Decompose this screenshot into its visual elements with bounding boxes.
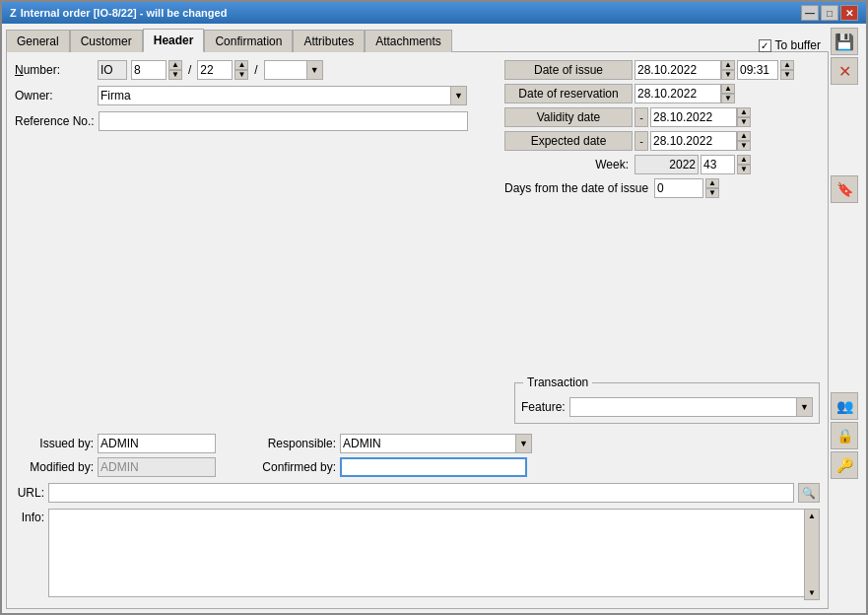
right-column: Date of issue ▲ ▼ ▲ ▼ (504, 60, 820, 369)
date-of-issue-input[interactable] (634, 60, 721, 80)
lock-button[interactable]: 🔒 (831, 422, 858, 449)
tab-attachments[interactable]: Attachments (365, 30, 452, 52)
validity-date-button[interactable]: Validity date (504, 107, 633, 127)
tabs-row: General Customer Header Confirmation Att… (6, 28, 829, 51)
number-suffix-input[interactable] (264, 60, 307, 80)
number-label: Number: (15, 63, 94, 77)
time-of-issue-spinner: ▲ ▼ (780, 60, 794, 80)
date-of-reservation-spinner: ▲ ▼ (721, 84, 735, 103)
days-spinner: ▲ ▼ (705, 178, 719, 198)
right-toolbar: 💾 ✕ 🔖 👥 🔒 🔑 (831, 28, 862, 609)
days-from-issue-row: Days from the date of issue ▲ ▼ (504, 178, 820, 198)
feature-select[interactable] (569, 397, 797, 417)
title-bar-buttons: — □ ✕ (801, 5, 858, 21)
feature-label: Feature: (521, 400, 566, 414)
tab-general[interactable]: General (6, 30, 70, 52)
tab-attributes[interactable]: Attributes (293, 30, 365, 52)
slash2: / (252, 63, 259, 77)
date-of-reservation-input[interactable] (634, 84, 721, 103)
reference-input[interactable] (99, 111, 468, 131)
time-up[interactable]: ▲ (780, 60, 794, 70)
days-from-issue-label: Days from the date of issue (504, 178, 652, 198)
week-down[interactable]: ▼ (737, 165, 751, 174)
key-button[interactable]: 🔑 (831, 451, 858, 479)
num1-area: ▲ ▼ (131, 60, 182, 80)
delete-button[interactable]: ✕ (831, 57, 858, 85)
tab-header[interactable]: Header (143, 29, 205, 52)
days-down[interactable]: ▼ (705, 188, 719, 198)
time-of-issue-input[interactable] (737, 60, 778, 80)
days-input[interactable] (654, 178, 703, 198)
issued-left: Issued by: Modified by: (15, 434, 216, 477)
date-of-reservation-button[interactable]: Date of reservation (504, 84, 633, 103)
date-res-down[interactable]: ▼ (721, 94, 735, 103)
week-num-input[interactable] (701, 155, 735, 174)
users-button[interactable]: 👥 (831, 392, 858, 420)
expected-date-button[interactable]: Expected date (504, 131, 633, 151)
modified-by-row: Modified by: (15, 457, 216, 477)
date-res-up[interactable]: ▲ (721, 84, 735, 94)
issued-by-label: Issued by: (15, 437, 94, 450)
num2-area: ▲ ▼ (197, 60, 248, 80)
scrollbar-down[interactable]: ▼ (805, 588, 819, 599)
num1-down[interactable]: ▼ (168, 70, 182, 80)
to-buffer-area: ✓ To buffer (759, 38, 829, 52)
reference-label: Reference No.: (15, 114, 95, 128)
time-down[interactable]: ▼ (780, 70, 794, 80)
validity-down[interactable]: ▼ (737, 117, 751, 127)
maximize-button[interactable]: □ (821, 5, 838, 21)
date-of-issue-button[interactable]: Date of issue (504, 60, 633, 80)
slash1: / (186, 63, 193, 77)
responsible-select-area: ▼ (340, 434, 532, 453)
validity-date-input[interactable] (650, 107, 737, 127)
num2-down[interactable]: ▼ (234, 70, 248, 80)
minimize-button[interactable]: — (801, 5, 819, 21)
expected-down[interactable]: ▼ (737, 141, 751, 151)
io-prefix: IO (98, 60, 127, 80)
issued-by-row: Issued by: (15, 434, 216, 453)
validity-dash-btn[interactable]: - (634, 107, 648, 127)
owner-row: Owner: ▼ (15, 86, 497, 105)
tab-confirmation[interactable]: Confirmation (204, 30, 293, 52)
owner-arrow[interactable]: ▼ (451, 86, 467, 105)
info-textarea-container: ▲ ▼ (48, 509, 820, 600)
close-button[interactable]: ✕ (840, 5, 858, 21)
confirmed-by-input[interactable] (340, 457, 527, 477)
feature-arrow[interactable]: ▼ (797, 397, 813, 417)
url-input[interactable] (48, 483, 794, 503)
url-search-button[interactable]: 🔍 (798, 483, 820, 503)
days-up[interactable]: ▲ (705, 178, 719, 188)
number-val1[interactable] (131, 60, 167, 80)
info-scrollbar[interactable]: ▲ ▼ (804, 509, 820, 600)
save-button[interactable]: 💾 (831, 28, 858, 55)
to-buffer-checkbox[interactable]: ✓ (759, 39, 771, 52)
toolbar-separator1 (831, 87, 862, 95)
middle-section: Transaction Feature: ▼ (15, 378, 820, 424)
expected-date-input[interactable] (650, 131, 737, 151)
bookmark-button[interactable]: 🔖 (831, 175, 858, 203)
responsible-arrow[interactable]: ▼ (516, 434, 532, 453)
expected-up[interactable]: ▲ (737, 131, 751, 141)
tab-customer[interactable]: Customer (70, 30, 143, 52)
to-buffer-label: To buffer (775, 38, 821, 52)
issued-by-input[interactable] (98, 434, 216, 453)
week-year-display: 2022 (634, 155, 699, 174)
owner-input[interactable] (98, 86, 451, 105)
date-of-issue-down[interactable]: ▼ (721, 70, 735, 80)
validity-up[interactable]: ▲ (737, 107, 751, 117)
responsible-input[interactable] (340, 434, 516, 453)
date-of-issue-up[interactable]: ▲ (721, 60, 735, 70)
week-up[interactable]: ▲ (737, 155, 751, 165)
num2-up[interactable]: ▲ (234, 60, 248, 70)
expected-dash-btn[interactable]: - (634, 131, 648, 151)
num1-spinner: ▲ ▼ (168, 60, 182, 80)
validity-date-row: Validity date - ▲ ▼ (504, 107, 820, 127)
info-textarea[interactable] (48, 509, 820, 597)
num1-up[interactable]: ▲ (168, 60, 182, 70)
number-suffix-select: ▼ (264, 60, 323, 80)
title-bar: Z Internal order [IO-8/22] - will be cha… (2, 2, 866, 24)
number-val2[interactable] (197, 60, 233, 80)
info-label: Info: (15, 509, 44, 524)
scrollbar-up[interactable]: ▲ (805, 510, 819, 520)
number-suffix-arrow[interactable]: ▼ (307, 60, 323, 80)
